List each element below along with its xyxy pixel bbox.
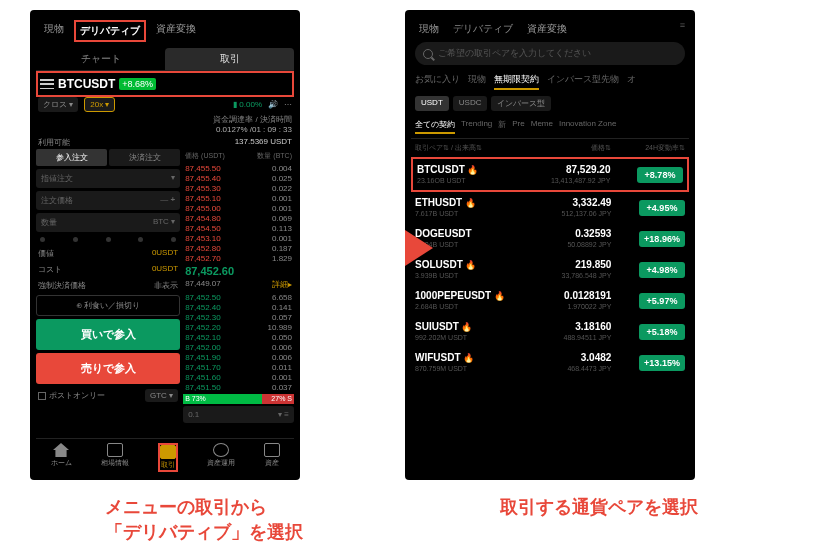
pair-row[interactable]: BTCUSDT 🔥23.16OB USDT87,529.2013,413,487… xyxy=(411,157,689,192)
filter-tab[interactable]: 新 xyxy=(498,119,506,134)
ask-row[interactable]: 87,455.500.004 xyxy=(183,163,294,173)
more-icon[interactable]: ≡ xyxy=(680,20,685,38)
pair-change-badge: +8.68% xyxy=(119,78,156,90)
quantity-input[interactable]: 数量BTC ▾ xyxy=(36,213,180,232)
nav-home[interactable]: ホーム xyxy=(51,443,72,472)
quote-pill[interactable]: USDT xyxy=(415,96,449,111)
category-tab[interactable]: お気に入り xyxy=(415,73,460,90)
tab-convert[interactable]: 資産変換 xyxy=(523,20,571,38)
mode-entry[interactable]: 参入注文 xyxy=(36,149,107,166)
contract-category-tabs: お気に入り現物無期限契約インバース型先物オ xyxy=(411,71,689,92)
margin-mode-select[interactable]: クロス ▾ xyxy=(38,97,78,112)
subtab-trade[interactable]: 取引 xyxy=(165,48,294,70)
nav-earn[interactable]: 資産運用 xyxy=(207,443,235,472)
mode-exit[interactable]: 決済注文 xyxy=(109,149,180,166)
tab-spot[interactable]: 現物 xyxy=(415,20,443,38)
filter-tab[interactable]: Pre xyxy=(512,119,524,134)
trade-icon xyxy=(160,445,176,459)
list-header: 取引ペア⇅ / 出来高⇅ 価格⇅ 24H変動率⇅ xyxy=(411,139,689,157)
ask-row[interactable]: 87,452.800.187 xyxy=(183,243,294,253)
nav-assets[interactable]: 資産 xyxy=(264,443,280,472)
filter-tab[interactable]: Meme xyxy=(531,119,553,134)
cost-label: コスト xyxy=(38,264,62,275)
bid-row[interactable]: 87,451.600.001 xyxy=(183,372,294,382)
bid-row[interactable]: 87,452.100.050 xyxy=(183,332,294,342)
search-input[interactable]: ご希望の取引ペアを入力してください xyxy=(415,42,685,65)
leverage-select[interactable]: 20x ▾ xyxy=(84,97,115,112)
tab-derivatives[interactable]: デリバティブ xyxy=(74,20,146,42)
bid-row[interactable]: 87,451.900.006 xyxy=(183,352,294,362)
quote-pill[interactable]: USDC xyxy=(453,96,488,111)
value-label: 価値 xyxy=(38,248,54,259)
available-balance: 利用可能 137.5369 USDT xyxy=(36,136,294,149)
order-type-select[interactable]: 指値注文▾ xyxy=(36,169,180,188)
bid-row[interactable]: 87,452.000.006 xyxy=(183,342,294,352)
filter-tab[interactable]: Innovation Zone xyxy=(559,119,616,134)
sub-tabs: チャート 取引 xyxy=(36,48,294,71)
pair-row[interactable]: 1000PEPEUSDT 🔥2.684B USDT0.01281911.9700… xyxy=(411,285,689,316)
fire-icon: 🔥 xyxy=(461,322,472,332)
top-tabs-right: 現物 デリバティブ 資産変換 ≡ xyxy=(411,18,689,40)
bid-row[interactable]: 87,452.300.057 xyxy=(183,312,294,322)
bid-row[interactable]: 87,452.2010.989 xyxy=(183,322,294,332)
filter-tab[interactable]: Trending xyxy=(461,119,492,134)
cost-value: 0USDT xyxy=(152,264,178,275)
bid-row[interactable]: 87,452.400.141 xyxy=(183,302,294,312)
price-input[interactable]: 注文価格— + xyxy=(36,191,180,210)
arrow-icon xyxy=(405,230,433,266)
category-tab[interactable]: インバース型先物 xyxy=(547,73,619,90)
funding-countdown: 0.0127% /01 : 09 : 33 xyxy=(216,125,292,134)
tab-convert[interactable]: 資産変換 xyxy=(152,20,200,42)
nav-market[interactable]: 相場情報 xyxy=(101,443,129,472)
funding-rate-label: 資金調達率 / 決済時間 xyxy=(213,115,292,124)
ask-row[interactable]: 87,455.000.001 xyxy=(183,203,294,213)
qty-slider[interactable] xyxy=(36,235,180,244)
funding-indicator: ▮ 0.00% xyxy=(233,100,262,109)
orderbook-step-select[interactable]: 0.1▾ ≡ xyxy=(183,406,294,423)
post-only-checkbox[interactable] xyxy=(38,392,46,400)
ask-row[interactable]: 87,453.100.001 xyxy=(183,233,294,243)
category-tab[interactable]: 現物 xyxy=(468,73,486,90)
depth-ratio: B 73% 27% S xyxy=(183,394,294,404)
liq-value: 非表示 xyxy=(154,280,178,291)
category-tab[interactable]: 無期限契約 xyxy=(494,73,539,90)
fire-icon: 🔥 xyxy=(463,353,474,363)
bid-row[interactable]: 87,451.500.037 xyxy=(183,382,294,392)
chart-icon xyxy=(107,443,123,457)
ask-row[interactable]: 87,454.500.113 xyxy=(183,223,294,233)
tif-select[interactable]: GTC ▾ xyxy=(145,389,178,402)
subtab-chart[interactable]: チャート xyxy=(36,48,165,70)
fire-icon: 🔥 xyxy=(465,260,476,270)
pair-row[interactable]: SOLUSDT 🔥3.939B USDT219.85033,786.548 JP… xyxy=(411,254,689,285)
more-icon[interactable]: ⋯ xyxy=(284,100,292,109)
quote-pills: USDTUSDCインバース型 xyxy=(411,92,689,115)
buy-button[interactable]: 買いで参入 xyxy=(36,319,180,350)
ask-row[interactable]: 87,454.800.069 xyxy=(183,213,294,223)
ask-row[interactable]: 87,452.701.829 xyxy=(183,253,294,263)
sound-icon[interactable]: 🔊 xyxy=(268,100,278,109)
post-only-label: ポストオンリー xyxy=(49,390,105,401)
caption-left: メニューの取引から 「デリバティブ」を選択 xyxy=(105,495,303,545)
earn-icon xyxy=(213,443,229,457)
filter-tab[interactable]: 全ての契約 xyxy=(415,119,455,134)
ask-row[interactable]: 87,455.300.022 xyxy=(183,183,294,193)
category-tab[interactable]: オ xyxy=(627,73,636,90)
orderbook-detail-link[interactable]: 詳細▸ xyxy=(272,279,292,290)
nav-trade[interactable]: 取引 xyxy=(158,443,178,472)
sell-button[interactable]: 売りで参入 xyxy=(36,353,180,384)
pair-row[interactable]: WIFUSDT 🔥870.759M USDT3.0482468.4473 JPY… xyxy=(411,347,689,378)
pair-row[interactable]: DOGEUSDT5.004B USDT0.3259350.08892 JPY+1… xyxy=(411,223,689,254)
ask-row[interactable]: 87,455.100.001 xyxy=(183,193,294,203)
quote-pill[interactable]: インバース型 xyxy=(491,96,551,111)
pair-selector[interactable]: BTCUSDT +8.68% xyxy=(36,71,294,97)
pair-row[interactable]: ETHUSDT 🔥7.617B USDT3,332.49512,137.06 J… xyxy=(411,192,689,223)
tab-spot[interactable]: 現物 xyxy=(40,20,68,42)
ask-row[interactable]: 87,455.400.025 xyxy=(183,173,294,183)
tab-derivatives[interactable]: デリバティブ xyxy=(449,20,517,38)
orderbook: 価格 (USDT)数量 (BTC) 87,455.500.00487,455.4… xyxy=(183,149,294,434)
pair-row[interactable]: SUIUSDT 🔥992.202M USDT3.18160488.94511 J… xyxy=(411,316,689,347)
tpsl-toggle[interactable]: ⊕ 利食い／損切り xyxy=(36,295,180,316)
bid-row[interactable]: 87,451.700.011 xyxy=(183,362,294,372)
bid-row[interactable]: 87,452.506.658 xyxy=(183,292,294,302)
mid-price: 87,452.60 xyxy=(183,263,294,279)
